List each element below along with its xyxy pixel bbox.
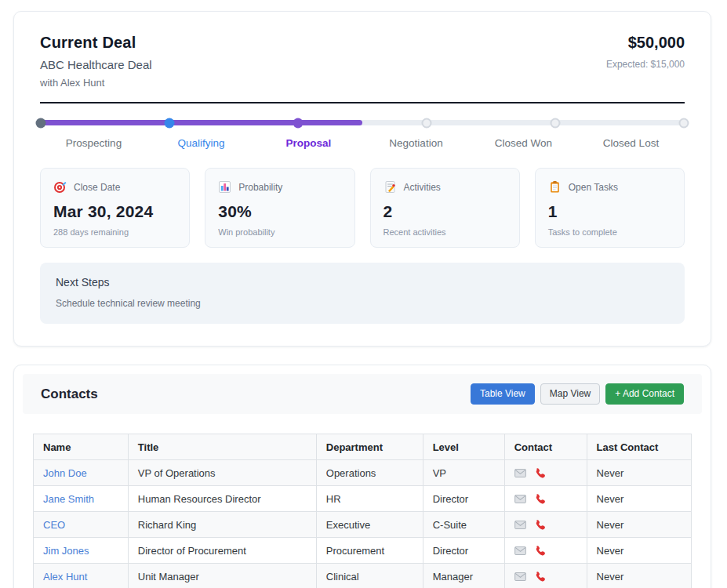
email-icon[interactable] <box>514 495 526 503</box>
contact-department-cell: Procurement <box>316 538 423 564</box>
contacts-actions: Table View Map View + Add Contact <box>471 383 684 405</box>
stage-label-proposal: Proposal <box>255 137 362 149</box>
email-icon[interactable] <box>514 521 526 529</box>
column-header-name: Name <box>34 434 129 460</box>
stat-label: Probability <box>238 182 282 193</box>
map-view-button[interactable]: Map View <box>540 383 600 405</box>
next-steps-body: Schedule technical review meeting <box>56 298 669 309</box>
contact-last-contact-cell: Never <box>587 512 691 538</box>
stage-dot-negotiation <box>422 118 432 128</box>
contacts-header: Contacts Table View Map View + Add Conta… <box>23 374 702 414</box>
contact-name-link[interactable]: CEO <box>43 519 65 531</box>
pipeline-fill <box>41 120 362 125</box>
table-view-button[interactable]: Table View <box>471 383 535 405</box>
contacts-card: Contacts Table View Map View + Add Conta… <box>13 365 711 588</box>
phone-icon[interactable] <box>534 519 546 531</box>
email-icon[interactable] <box>514 572 526 581</box>
email-icon[interactable] <box>514 546 526 555</box>
contact-actions-cell <box>504 460 587 486</box>
next-steps-title: Next Steps <box>56 276 669 289</box>
contact-row: Jane SmithHuman Resources DirectorHRDire… <box>34 486 692 512</box>
contact-level-cell: Director <box>423 538 504 564</box>
contact-name-cell: John Doe <box>34 460 129 486</box>
stat-sub: Win probability <box>218 227 341 237</box>
target-icon <box>53 180 67 194</box>
phone-icon[interactable] <box>534 571 546 583</box>
stat-value-activities: 2 <box>383 202 507 221</box>
deal-contact-person: with Alex Hunt <box>40 77 152 89</box>
contact-department-cell: Executive <box>316 512 423 538</box>
contact-name-link[interactable]: Alex Hunt <box>43 571 87 583</box>
phone-icon[interactable] <box>534 467 546 479</box>
contact-department-cell: Operations <box>316 460 423 486</box>
deal-title: Current Deal <box>40 34 152 52</box>
stage-label-negotiation: Negotiation <box>362 137 470 149</box>
add-contact-button[interactable]: + Add Contact <box>605 383 684 405</box>
stat-value-open-tasks: 1 <box>548 202 671 221</box>
stat-label: Close Date <box>74 182 120 193</box>
contact-level-cell: Director <box>423 486 504 512</box>
contact-name-link[interactable]: John Doe <box>43 467 87 479</box>
stat-label: Open Tasks <box>569 182 618 193</box>
contacts-table-wrap: Name Title Department Level Contact Last… <box>23 414 702 588</box>
contact-level-cell: Manager <box>423 564 504 588</box>
deal-stats-row: Close Date Mar 30, 2024 288 days remaini… <box>40 168 685 248</box>
stage-dot-closed-lost <box>679 118 689 128</box>
bar-chart-icon <box>218 180 231 194</box>
deal-stage-pipeline: Prospecting Qualifying Proposal Negotiat… <box>40 120 685 149</box>
contact-title-cell: Unit Manager <box>128 564 316 588</box>
contact-name-link[interactable]: Jim Jones <box>43 545 89 557</box>
stage-dot-proposal <box>293 118 304 128</box>
contact-level-cell: VP <box>423 460 504 486</box>
contact-title-cell: Richard King <box>128 512 316 538</box>
contact-title-cell: Director of Procurement <box>128 538 316 564</box>
contact-last-contact-cell: Never <box>587 486 691 512</box>
deal-expected-amount: Expected: $15,000 <box>606 59 685 70</box>
contact-department-cell: HR <box>316 486 423 512</box>
stage-label-closed-lost: Closed Lost <box>577 137 685 149</box>
contact-name-link[interactable]: Jane Smith <box>43 493 94 505</box>
stage-dot-closed-won <box>551 118 561 128</box>
phone-icon[interactable] <box>534 545 546 557</box>
stage-dot-prospecting <box>36 118 46 128</box>
contact-title-cell: Human Resources Director <box>128 486 316 512</box>
stage-label-qualifying: Qualifying <box>147 137 255 149</box>
stat-card-close-date: Close Date Mar 30, 2024 288 days remaini… <box>40 168 190 248</box>
stage-labels: Prospecting Qualifying Proposal Negotiat… <box>40 137 685 149</box>
column-header-contact: Contact <box>504 434 587 460</box>
email-icon[interactable] <box>514 469 526 477</box>
contact-department-cell: Clinical <box>316 564 423 588</box>
contact-name-cell: CEO <box>34 512 129 538</box>
deal-header: Current Deal ABC Healthcare Deal with Al… <box>40 34 685 89</box>
contact-row: Alex HuntUnit ManagerClinicalManagerNeve… <box>34 564 692 588</box>
stage-label-prospecting: Prospecting <box>40 137 147 149</box>
stat-sub: Tasks to complete <box>548 227 671 237</box>
stat-card-probability: Probability 30% Win probability <box>205 168 354 248</box>
column-header-level: Level <box>423 434 504 460</box>
stat-card-open-tasks: Open Tasks 1 Tasks to complete <box>535 168 685 248</box>
deal-amount: $50,000 <box>606 34 685 52</box>
stat-sub: 288 days remaining <box>53 227 176 237</box>
contact-actions-cell <box>504 564 587 588</box>
contact-actions-cell <box>504 512 587 538</box>
contact-name-cell: Jane Smith <box>34 486 129 512</box>
divider <box>40 102 685 103</box>
contact-actions-cell <box>504 486 587 512</box>
contacts-table-body: John DoeVP of OperationsOperationsVPNeve… <box>34 460 692 588</box>
contact-row: John DoeVP of OperationsOperationsVPNeve… <box>34 460 692 486</box>
stat-card-activities: Activities 2 Recent activities <box>370 168 520 248</box>
phone-icon[interactable] <box>534 493 546 505</box>
contact-row: Jim JonesDirector of ProcurementProcurem… <box>34 538 692 564</box>
deal-name: ABC Healthcare Deal <box>40 58 152 71</box>
contacts-table: Name Title Department Level Contact Last… <box>33 434 692 588</box>
stage-label-closed-won: Closed Won <box>470 137 577 149</box>
contact-actions-cell <box>504 538 587 564</box>
contact-name-cell: Jim Jones <box>34 538 129 564</box>
current-deal-card: Current Deal ABC Healthcare Deal with Al… <box>13 11 711 347</box>
stat-sub: Recent activities <box>383 227 507 237</box>
clipboard-icon <box>548 180 562 194</box>
contact-last-contact-cell: Never <box>587 538 691 564</box>
stage-dot-qualifying <box>165 118 175 128</box>
contact-row: CEORichard KingExecutiveC-SuiteNever <box>34 512 692 538</box>
stat-value-probability: 30% <box>218 202 341 221</box>
